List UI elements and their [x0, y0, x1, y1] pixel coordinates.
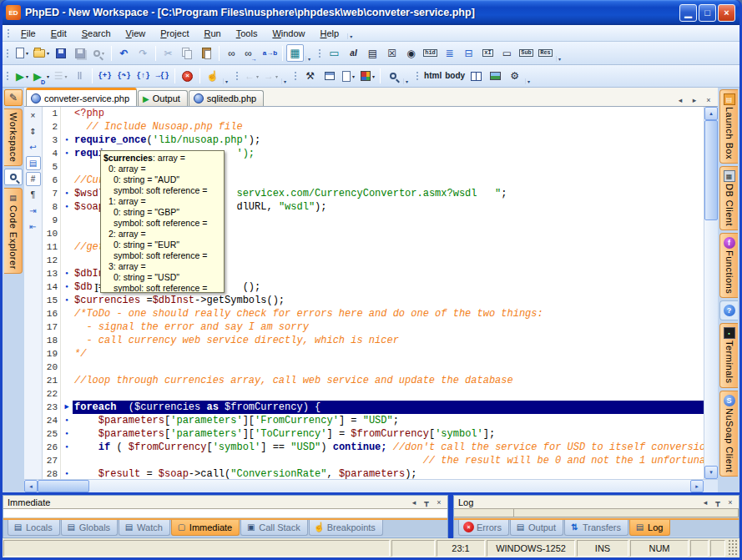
editor-tab-output[interactable]: ▶Output: [138, 90, 188, 106]
line-numbers-button[interactable]: #: [26, 172, 41, 186]
menu-grip[interactable]: [7, 28, 11, 39]
menu-search[interactable]: Search: [74, 26, 119, 41]
zoom-button[interactable]: [384, 68, 401, 85]
run-button[interactable]: ▶▾: [13, 68, 31, 85]
dock-tab-db-client[interactable]: ▦DB Client: [719, 166, 738, 230]
step-into-button[interactable]: {+}: [96, 68, 114, 85]
scroll-left-icon[interactable]: ◂: [24, 480, 38, 492]
scrollbar-thumb[interactable]: [38, 480, 89, 492]
tab-call-stack[interactable]: ▣Call Stack: [240, 520, 308, 536]
scroll-right-icon[interactable]: ▸: [690, 480, 704, 492]
minimize-button[interactable]: ▁: [679, 4, 697, 22]
toolbar-overflow-icon[interactable]: ▾: [525, 78, 532, 84]
open-file-button[interactable]: ▾: [33, 44, 50, 62]
tab-log[interactable]: ▤Log: [629, 520, 670, 536]
menu-help[interactable]: Help: [313, 26, 347, 41]
pin-button[interactable]: ┳: [712, 497, 724, 508]
special-chars-button[interactable]: ¶: [26, 188, 41, 202]
search-view-icon[interactable]: [4, 169, 23, 185]
toolbar-overflow-icon[interactable]: ▾: [305, 56, 312, 62]
toolbar-grip[interactable]: [6, 48, 10, 59]
save-button[interactable]: [52, 44, 69, 62]
menu-view[interactable]: View: [119, 26, 154, 41]
tab-watch[interactable]: ▤Watch: [119, 520, 170, 536]
insert-table-button[interactable]: [467, 68, 485, 85]
resize-grip[interactable]: [727, 540, 739, 557]
undo-button[interactable]: ↶: [115, 44, 133, 62]
outdent-button[interactable]: ⇤: [26, 219, 41, 234]
undock-button[interactable]: ◂: [408, 497, 420, 508]
run-to-cursor-button[interactable]: →{}: [154, 68, 171, 85]
editor-tab-conveter-service-php[interactable]: conveter-service.php: [26, 88, 137, 106]
tab-scroll-left-button[interactable]: ◂: [674, 94, 686, 106]
redo-button[interactable]: ↷: [134, 44, 152, 62]
insert-body-button[interactable]: body: [444, 68, 466, 85]
scrollbar-thumb[interactable]: [704, 120, 718, 220]
break-in-button[interactable]: ☝: [204, 68, 221, 85]
tab-close-button[interactable]: ×: [703, 94, 714, 106]
colors-button[interactable]: ▾: [359, 68, 376, 85]
word-wrap-button[interactable]: ↩: [26, 140, 41, 154]
insert-textinput-button[interactable]: xI: [479, 44, 497, 62]
split-editor-button[interactable]: ⇕: [26, 124, 41, 139]
pin-button[interactable]: ┳: [421, 497, 432, 508]
vertical-scrollbar[interactable]: ▴ ▾: [704, 107, 718, 479]
tab-breakpoints[interactable]: ☝Breakpoints: [309, 520, 383, 536]
toolbar-grip[interactable]: [294, 70, 298, 82]
close-panel-button[interactable]: ×: [724, 497, 736, 508]
insert-radio-button[interactable]: ◉: [402, 44, 420, 62]
menu-project[interactable]: Project: [153, 26, 196, 41]
menu-window[interactable]: Window: [265, 26, 312, 41]
close-editor-button[interactable]: ×: [26, 108, 41, 123]
indent-button[interactable]: ⇥: [26, 204, 41, 218]
sidebar-tab-workspace[interactable]: Workspace: [4, 108, 23, 166]
script-wizard-button[interactable]: ⚙: [506, 68, 523, 85]
insert-checkbox-button[interactable]: ☒: [383, 44, 401, 62]
toolbar-overflow-icon[interactable]: ▾: [403, 78, 410, 84]
workspace-icon[interactable]: ✎: [4, 89, 23, 106]
tab-scroll-right-button[interactable]: ▸: [689, 94, 700, 106]
panel-header[interactable]: Log ◂┳×: [454, 496, 739, 509]
step-out-button[interactable]: {↑}: [134, 68, 152, 85]
editor-tab-sqlitedb-php[interactable]: sqlitedb.php: [189, 90, 264, 106]
replace-button[interactable]: a→b: [261, 44, 279, 62]
toolbar-grip[interactable]: [318, 48, 322, 59]
cut-button[interactable]: ✂: [159, 44, 177, 62]
find-button[interactable]: ∞: [223, 44, 240, 62]
find-next-button[interactable]: ∞→: [242, 44, 260, 62]
horizontal-scrollbar[interactable]: ◂ ▸: [24, 479, 718, 492]
panel-header[interactable]: Immediate ◂┳×: [3, 496, 447, 509]
tab-output[interactable]: ▤Output: [510, 520, 563, 536]
paste-button[interactable]: [198, 44, 215, 62]
tab-transfers[interactable]: ⇅Transfers: [564, 520, 628, 536]
new-file-button[interactable]: ▾: [13, 44, 31, 62]
insert-form-button[interactable]: ▭: [326, 44, 343, 62]
toolbar-overflow-icon[interactable]: ▾: [223, 78, 230, 84]
scroll-up-icon[interactable]: ▴: [704, 107, 718, 120]
immediate-content[interactable]: [3, 509, 447, 518]
dock-tab-terminals[interactable]: ▪Terminals: [719, 323, 738, 388]
deploy-button[interactable]: ▾: [340, 68, 357, 85]
menu-run[interactable]: Run: [197, 26, 229, 41]
close-button[interactable]: ×: [718, 4, 735, 22]
undock-button[interactable]: ◂: [699, 497, 711, 508]
stop-button[interactable]: [179, 68, 196, 85]
bookmarks-button[interactable]: ▤: [26, 156, 41, 170]
tab-immediate[interactable]: ▢Immediate: [171, 520, 240, 536]
insert-image-button[interactable]: [487, 68, 504, 85]
toolbar-grip[interactable]: [416, 70, 420, 82]
step-over-button[interactable]: {↷}: [115, 68, 133, 85]
menu-overflow-icon[interactable]: ▾: [347, 33, 354, 39]
insert-html-button[interactable]: html: [423, 68, 442, 85]
insert-fieldset-button[interactable]: ▤: [364, 44, 381, 62]
code-template-button[interactable]: ▦: [286, 44, 304, 62]
maximize-button[interactable]: □: [699, 4, 716, 22]
dock-tab-launch-box[interactable]: ▤Launch Box: [719, 89, 738, 164]
menu-edit[interactable]: Edit: [43, 26, 74, 41]
tab-locals[interactable]: ▤Locals: [8, 520, 60, 536]
sidebar-tab-code-explorer[interactable]: ▤ Code Explorer: [4, 188, 23, 274]
toolbar-overflow-icon[interactable]: ▾: [556, 56, 563, 62]
toolbar-overflow-icon[interactable]: ▾: [281, 78, 288, 84]
menu-tools[interactable]: Tools: [229, 26, 265, 41]
close-panel-button[interactable]: ×: [433, 497, 445, 508]
